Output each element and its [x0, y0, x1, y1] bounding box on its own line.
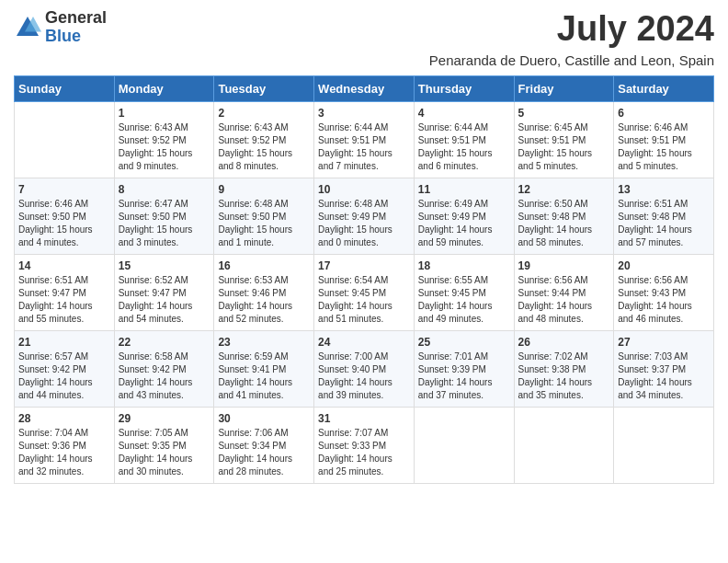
calendar-cell — [614, 408, 714, 484]
day-number: 5 — [518, 107, 610, 120]
day-info: Sunrise: 6:48 AM Sunset: 9:49 PM Dayligh… — [318, 198, 410, 249]
calendar-cell: 16Sunrise: 6:53 AM Sunset: 9:46 PM Dayli… — [214, 255, 314, 331]
day-info: Sunrise: 6:44 AM Sunset: 9:51 PM Dayligh… — [418, 121, 510, 173]
calendar-cell: 17Sunrise: 6:54 AM Sunset: 9:45 PM Dayli… — [314, 255, 415, 331]
calendar-cell: 15Sunrise: 6:52 AM Sunset: 9:47 PM Dayli… — [114, 255, 214, 331]
day-info: Sunrise: 6:58 AM Sunset: 9:42 PM Dayligh… — [119, 350, 210, 402]
header-friday: Friday — [514, 76, 614, 102]
calendar-cell: 23Sunrise: 6:59 AM Sunset: 9:41 PM Dayli… — [214, 331, 314, 408]
day-info: Sunrise: 6:55 AM Sunset: 9:45 PM Dayligh… — [418, 274, 510, 326]
day-info: Sunrise: 7:05 AM Sunset: 9:35 PM Dayligh… — [119, 427, 210, 478]
calendar-week-row: 14Sunrise: 6:51 AM Sunset: 9:47 PM Dayli… — [15, 255, 714, 331]
logo-icon — [14, 14, 41, 41]
day-number: 7 — [18, 183, 110, 196]
calendar-table: SundayMondayTuesdayWednesdayThursdayFrid… — [14, 75, 714, 484]
day-number: 25 — [418, 336, 510, 349]
day-info: Sunrise: 6:54 AM Sunset: 9:45 PM Dayligh… — [318, 274, 410, 326]
logo-general: General — [45, 9, 107, 28]
day-number: 27 — [618, 336, 710, 349]
calendar-cell: 21Sunrise: 6:57 AM Sunset: 9:42 PM Dayli… — [15, 331, 115, 408]
day-number: 29 — [119, 412, 210, 425]
calendar-cell: 31Sunrise: 7:07 AM Sunset: 9:33 PM Dayli… — [314, 408, 415, 484]
day-number: 9 — [218, 183, 310, 196]
day-number: 6 — [618, 107, 710, 120]
calendar-cell: 18Sunrise: 6:55 AM Sunset: 9:45 PM Dayli… — [414, 255, 514, 331]
calendar-week-row: 1Sunrise: 6:43 AM Sunset: 9:52 PM Daylig… — [15, 102, 714, 178]
calendar-header-row: SundayMondayTuesdayWednesdayThursdayFrid… — [15, 76, 714, 102]
calendar-week-row: 7Sunrise: 6:46 AM Sunset: 9:50 PM Daylig… — [15, 178, 714, 255]
calendar-cell: 22Sunrise: 6:58 AM Sunset: 9:42 PM Dayli… — [114, 331, 214, 408]
day-info: Sunrise: 6:44 AM Sunset: 9:51 PM Dayligh… — [318, 121, 410, 173]
day-info: Sunrise: 6:56 AM Sunset: 9:44 PM Dayligh… — [518, 274, 610, 326]
calendar-cell: 3Sunrise: 6:44 AM Sunset: 9:51 PM Daylig… — [314, 102, 415, 178]
header-wednesday: Wednesday — [314, 76, 415, 102]
day-number: 15 — [119, 259, 210, 272]
calendar-cell — [15, 102, 115, 178]
header-thursday: Thursday — [414, 76, 514, 102]
day-number: 10 — [318, 183, 410, 196]
day-info: Sunrise: 6:50 AM Sunset: 9:48 PM Dayligh… — [518, 198, 610, 249]
logo-text: General Blue — [45, 9, 107, 46]
calendar-cell: 14Sunrise: 6:51 AM Sunset: 9:47 PM Dayli… — [15, 255, 115, 331]
day-number: 19 — [518, 259, 610, 272]
calendar-cell: 5Sunrise: 6:45 AM Sunset: 9:51 PM Daylig… — [514, 102, 614, 178]
day-info: Sunrise: 6:57 AM Sunset: 9:42 PM Dayligh… — [18, 350, 110, 402]
day-info: Sunrise: 7:07 AM Sunset: 9:33 PM Dayligh… — [318, 427, 410, 478]
day-number: 28 — [18, 412, 110, 425]
calendar-cell: 19Sunrise: 6:56 AM Sunset: 9:44 PM Dayli… — [514, 255, 614, 331]
day-number: 8 — [119, 183, 210, 196]
day-number: 20 — [618, 259, 710, 272]
day-info: Sunrise: 6:52 AM Sunset: 9:47 PM Dayligh… — [119, 274, 210, 326]
calendar-cell: 8Sunrise: 6:47 AM Sunset: 9:50 PM Daylig… — [114, 178, 214, 255]
header-tuesday: Tuesday — [214, 76, 314, 102]
day-number: 21 — [18, 336, 110, 349]
calendar-cell: 30Sunrise: 7:06 AM Sunset: 9:34 PM Dayli… — [214, 408, 314, 484]
day-info: Sunrise: 6:53 AM Sunset: 9:46 PM Dayligh… — [218, 274, 310, 326]
day-info: Sunrise: 7:06 AM Sunset: 9:34 PM Dayligh… — [218, 427, 310, 478]
day-info: Sunrise: 6:56 AM Sunset: 9:43 PM Dayligh… — [618, 274, 710, 326]
day-info: Sunrise: 7:02 AM Sunset: 9:38 PM Dayligh… — [518, 350, 610, 402]
day-number: 1 — [119, 107, 210, 120]
calendar-cell — [414, 408, 514, 484]
day-info: Sunrise: 7:04 AM Sunset: 9:36 PM Dayligh… — [18, 427, 110, 478]
day-info: Sunrise: 7:01 AM Sunset: 9:39 PM Dayligh… — [418, 350, 510, 402]
day-info: Sunrise: 6:48 AM Sunset: 9:50 PM Dayligh… — [218, 198, 310, 249]
day-info: Sunrise: 6:43 AM Sunset: 9:52 PM Dayligh… — [218, 121, 310, 173]
day-info: Sunrise: 6:43 AM Sunset: 9:52 PM Dayligh… — [119, 121, 210, 173]
calendar-cell: 11Sunrise: 6:49 AM Sunset: 9:49 PM Dayli… — [414, 178, 514, 255]
location-subtitle: Penaranda de Duero, Castille and Leon, S… — [14, 52, 714, 68]
calendar-cell: 24Sunrise: 7:00 AM Sunset: 9:40 PM Dayli… — [314, 331, 415, 408]
calendar-cell: 28Sunrise: 7:04 AM Sunset: 9:36 PM Dayli… — [15, 408, 115, 484]
day-info: Sunrise: 6:51 AM Sunset: 9:47 PM Dayligh… — [18, 274, 110, 326]
day-info: Sunrise: 6:45 AM Sunset: 9:51 PM Dayligh… — [518, 121, 610, 173]
header-monday: Monday — [114, 76, 214, 102]
calendar-cell: 6Sunrise: 6:46 AM Sunset: 9:51 PM Daylig… — [614, 102, 714, 178]
day-number: 23 — [218, 336, 310, 349]
title-block: July 2024 — [557, 9, 714, 49]
calendar-cell: 2Sunrise: 6:43 AM Sunset: 9:52 PM Daylig… — [214, 102, 314, 178]
calendar-cell: 20Sunrise: 6:56 AM Sunset: 9:43 PM Dayli… — [614, 255, 714, 331]
day-info: Sunrise: 7:03 AM Sunset: 9:37 PM Dayligh… — [618, 350, 710, 402]
day-number: 22 — [119, 336, 210, 349]
day-number: 17 — [318, 259, 410, 272]
calendar-cell: 26Sunrise: 7:02 AM Sunset: 9:38 PM Dayli… — [514, 331, 614, 408]
logo-blue: Blue — [45, 28, 107, 46]
day-info: Sunrise: 6:51 AM Sunset: 9:48 PM Dayligh… — [618, 198, 710, 249]
day-number: 3 — [318, 107, 410, 120]
calendar-cell: 29Sunrise: 7:05 AM Sunset: 9:35 PM Dayli… — [114, 408, 214, 484]
day-number: 18 — [418, 259, 510, 272]
calendar-cell: 7Sunrise: 6:46 AM Sunset: 9:50 PM Daylig… — [15, 178, 115, 255]
day-info: Sunrise: 7:00 AM Sunset: 9:40 PM Dayligh… — [318, 350, 410, 402]
calendar-cell — [514, 408, 614, 484]
page-header: General Blue July 2024 — [14, 9, 714, 49]
day-number: 26 — [518, 336, 610, 349]
day-number: 24 — [318, 336, 410, 349]
day-number: 31 — [318, 412, 410, 425]
day-number: 14 — [18, 259, 110, 272]
day-number: 4 — [418, 107, 510, 120]
calendar-cell: 13Sunrise: 6:51 AM Sunset: 9:48 PM Dayli… — [614, 178, 714, 255]
day-info: Sunrise: 6:46 AM Sunset: 9:51 PM Dayligh… — [618, 121, 710, 173]
day-number: 11 — [418, 183, 510, 196]
day-info: Sunrise: 6:49 AM Sunset: 9:49 PM Dayligh… — [418, 198, 510, 249]
calendar-cell: 12Sunrise: 6:50 AM Sunset: 9:48 PM Dayli… — [514, 178, 614, 255]
